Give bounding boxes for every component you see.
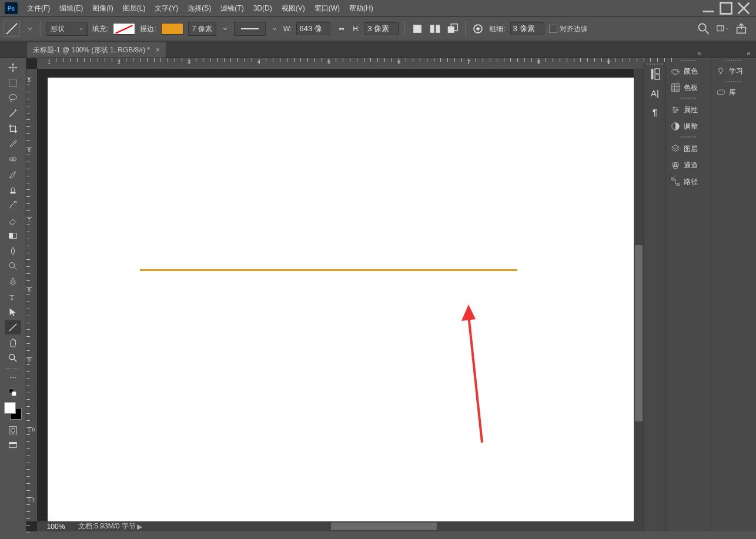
panel-adjustments[interactable]: 调整 <box>666 118 711 135</box>
tool-mode-select[interactable]: 形状 <box>46 22 88 36</box>
line-tool[interactable] <box>5 320 21 334</box>
share-icon[interactable] <box>735 22 748 35</box>
menu-3d[interactable]: 3D(D) <box>249 0 277 16</box>
path-arrangement-icon[interactable] <box>446 22 459 35</box>
stroke-style-dropdown[interactable] <box>270 26 279 32</box>
menu-edit[interactable]: 编辑(E) <box>55 0 88 16</box>
menu-layer[interactable]: 图层(L) <box>118 0 150 16</box>
history-brush-tool[interactable] <box>5 198 21 212</box>
marquee-tool[interactable] <box>5 76 21 90</box>
clone-stamp-tool[interactable] <box>5 183 21 197</box>
panel-layers[interactable]: 图层 <box>666 140 711 157</box>
panel-color[interactable]: 颜色 <box>666 63 711 79</box>
width-input[interactable] <box>296 22 330 35</box>
ruler-horizontal[interactable]: 123456789 <box>37 58 644 69</box>
height-input[interactable] <box>364 22 399 35</box>
healing-brush-tool[interactable] <box>5 152 21 166</box>
panel-learn[interactable]: 学习 <box>711 63 756 79</box>
stroke-width-dropdown[interactable] <box>221 26 229 32</box>
panel-libraries[interactable]: 库 <box>711 84 756 101</box>
link-icon[interactable]: ⇔ <box>335 22 348 35</box>
panel-grip[interactable] <box>680 59 697 62</box>
menu-file[interactable]: 文件(F) <box>22 0 55 16</box>
menu-select[interactable]: 选择(S) <box>183 0 216 16</box>
menu-image[interactable]: 图像(I) <box>88 0 118 16</box>
pen-tool[interactable] <box>5 274 21 289</box>
menu-filter[interactable]: 滤镜(T) <box>216 0 248 16</box>
paragraph-panel-icon[interactable]: ¶ <box>647 104 663 119</box>
collapse-panels-icon[interactable]: « <box>697 49 704 58</box>
panel-properties[interactable]: 属性 <box>666 102 711 118</box>
svg-point-61 <box>673 107 675 109</box>
ruler-vertical[interactable]: 567891 01 1 <box>26 69 37 521</box>
zoom-tool[interactable] <box>5 351 21 365</box>
close-button[interactable] <box>735 2 752 15</box>
edit-toolbar-icon[interactable]: ⋯ <box>5 370 21 384</box>
crop-tool[interactable] <box>5 122 21 136</box>
align-edges-checkbox[interactable]: 对齐边缘 <box>549 24 588 34</box>
shape-line[interactable] <box>140 269 517 271</box>
document-info[interactable]: 文档:5.93M/0 字节 <box>75 521 136 531</box>
minimize-button[interactable] <box>700 2 717 15</box>
hand-tool[interactable] <box>5 336 21 350</box>
panel-grip[interactable] <box>725 59 742 62</box>
character-panel-icon[interactable]: A| <box>647 85 663 101</box>
path-selection-tool[interactable] <box>5 305 21 319</box>
path-operations-icon[interactable] <box>411 22 424 35</box>
menu-window[interactable]: 窗口(W) <box>310 0 344 16</box>
history-panel-icon[interactable] <box>647 66 663 82</box>
type-tool[interactable]: T <box>5 290 21 304</box>
weight-input[interactable] <box>510 22 544 35</box>
separator <box>404 21 405 36</box>
svg-point-20 <box>9 95 17 100</box>
current-tool-icon[interactable] <box>4 21 20 37</box>
quick-mask-icon[interactable] <box>5 423 21 437</box>
move-tool[interactable] <box>5 61 21 75</box>
eraser-tool[interactable] <box>5 213 21 227</box>
panel-grip[interactable] <box>725 81 742 83</box>
gear-icon[interactable] <box>471 22 484 35</box>
close-icon[interactable]: × <box>156 46 160 54</box>
svg-rect-15 <box>717 26 724 31</box>
canvas[interactable] <box>48 78 635 521</box>
menu-type[interactable]: 文字(Y) <box>150 0 183 16</box>
scrollbar-horizontal[interactable] <box>331 523 437 530</box>
document-tab[interactable]: 未标题-1 @ 100% (形状 1, RGB/8#) * × <box>27 42 166 58</box>
collapse-panels-icon[interactable]: « <box>747 49 754 58</box>
eyedropper-tool[interactable] <box>5 137 21 151</box>
scrollbar-vertical[interactable] <box>634 69 644 521</box>
gradient-tool[interactable] <box>5 229 21 243</box>
menu-view[interactable]: 视图(V) <box>277 0 310 16</box>
foreground-background-colors[interactable] <box>4 402 22 420</box>
search-icon[interactable] <box>697 22 710 35</box>
panel-channels[interactable]: 通道 <box>666 157 711 173</box>
menu-help[interactable]: 帮助(H) <box>344 0 378 16</box>
fill-swatch[interactable] <box>113 23 135 35</box>
stroke-style-select[interactable] <box>234 22 266 36</box>
brush-tool[interactable] <box>5 168 21 182</box>
default-colors-icon[interactable] <box>5 386 21 400</box>
blur-tool[interactable] <box>5 244 21 258</box>
tool-preset-dropdown[interactable] <box>26 26 34 32</box>
panel-grip[interactable] <box>647 63 663 65</box>
maximize-button[interactable] <box>717 2 735 15</box>
document-tab-title: 未标题-1 @ 100% (形状 1, RGB/8#) * <box>33 45 150 55</box>
workspace-switcher-icon[interactable] <box>716 22 729 35</box>
options-bar: 形状 填充: 描边: 7 像素 W: ⇔ H: 粗细: 对齐边缘 <box>0 17 756 41</box>
lasso-tool[interactable] <box>5 91 21 105</box>
dodge-tool[interactable] <box>5 259 21 273</box>
separator <box>40 21 41 36</box>
panel-grip[interactable] <box>680 136 697 138</box>
panel-swatches[interactable]: 色板 <box>666 79 711 96</box>
screen-mode-icon[interactable] <box>5 438 21 453</box>
stroke-swatch[interactable] <box>161 23 183 35</box>
document-tab-bar: 未标题-1 @ 100% (形状 1, RGB/8#) * × « « <box>0 41 756 58</box>
path-alignment-icon[interactable] <box>429 22 441 35</box>
magic-wand-tool[interactable] <box>5 106 21 120</box>
svg-rect-69 <box>672 178 674 180</box>
zoom-level[interactable]: 100% <box>37 523 75 531</box>
chevron-right-icon[interactable]: ▶ <box>137 523 142 531</box>
panel-grip[interactable] <box>680 97 697 99</box>
panel-paths[interactable]: 路径 <box>666 173 711 190</box>
stroke-width-select[interactable]: 7 像素 <box>188 22 216 36</box>
